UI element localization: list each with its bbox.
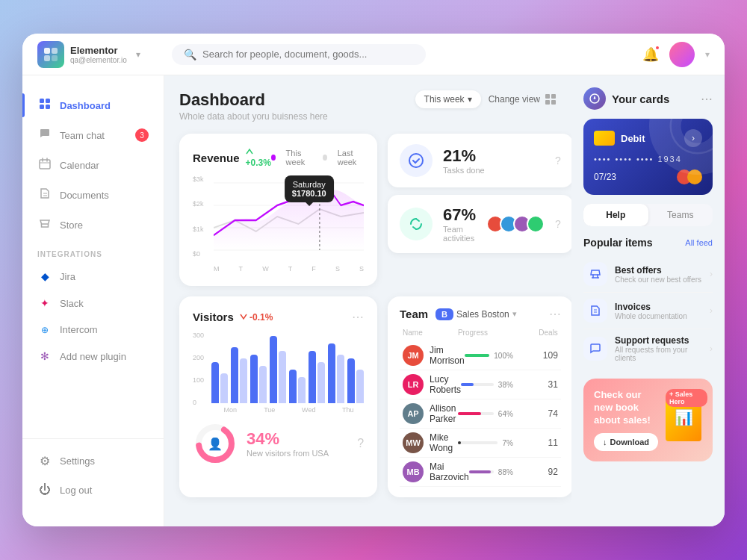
content-header: Dashboard Whole data about yoru buisness… bbox=[179, 90, 557, 122]
revenue-chart: $3k$2k$1k$0 bbox=[193, 175, 364, 273]
change-view-button[interactable]: Change view bbox=[489, 93, 557, 105]
popular-items-section: Popular items All feed Best offers Check… bbox=[583, 237, 713, 368]
logo-chevron-icon[interactable]: ▾ bbox=[136, 49, 140, 60]
sidebar-item-slack[interactable]: ✦ Slack bbox=[22, 290, 164, 317]
visitors-more-icon[interactable]: ⋯ bbox=[352, 310, 364, 324]
user-menu-chevron[interactable]: ▾ bbox=[705, 49, 710, 60]
promo-image: 📊 + Sales Hero bbox=[666, 393, 710, 446]
support-icon bbox=[583, 337, 607, 361]
last-week-legend-dot bbox=[323, 155, 327, 161]
team-chat-badge: 3 bbox=[135, 128, 149, 142]
visitors-trend: -0.1% bbox=[240, 312, 273, 323]
sidebar-item-dashboard[interactable]: Dashboard bbox=[22, 90, 164, 120]
member-name: Jim Morrison bbox=[430, 345, 465, 366]
tooltip-day: Saturday bbox=[292, 180, 326, 189]
slack-icon: ✦ bbox=[37, 297, 52, 309]
week-selector-label: This week bbox=[424, 94, 465, 105]
support-arrow: › bbox=[710, 343, 713, 354]
tab-help[interactable]: Help bbox=[583, 204, 648, 226]
book-cover: 📊 + Sales Hero bbox=[666, 393, 701, 441]
revenue-trend: +0.3% bbox=[246, 147, 271, 168]
search-bar[interactable]: 🔍 bbox=[172, 44, 426, 65]
visitors-pct: 34% bbox=[247, 429, 329, 449]
top-bar: Elementor qa@elementor.io ▾ 🔍 🔔 ▾ bbox=[22, 34, 725, 75]
popular-item-best-offers[interactable]: Best offers Check our new best offers › bbox=[583, 256, 713, 293]
svg-point-29 bbox=[675, 119, 713, 149]
sidebar-item-jira[interactable]: ◆ Jira bbox=[22, 263, 164, 290]
tooltip-value: $1780.10 bbox=[292, 189, 326, 198]
chart-tooltip: Saturday $1780.10 bbox=[285, 175, 334, 202]
activities-help-icon[interactable]: ? bbox=[555, 218, 561, 230]
tasks-help-icon[interactable]: ? bbox=[555, 155, 561, 167]
svg-rect-0 bbox=[44, 48, 50, 54]
week-selector[interactable]: This week ▾ bbox=[415, 90, 481, 108]
calendar-icon bbox=[37, 158, 52, 172]
change-view-label: Change view bbox=[489, 94, 540, 105]
chart-x-labels: MTWTFSS bbox=[214, 265, 364, 273]
panel-tabs: Help Teams bbox=[583, 204, 713, 226]
sidebar-item-logout[interactable]: ⏻ Log out bbox=[22, 476, 164, 504]
sidebar-item-calendar[interactable]: Calendar bbox=[22, 150, 164, 180]
notification-dot bbox=[654, 45, 660, 51]
svg-rect-6 bbox=[40, 105, 44, 109]
sidebar: Dashboard Team chat 3 bbox=[22, 75, 164, 526]
sidebar-item-add-plugin[interactable]: ✻ Add new plugin bbox=[22, 343, 164, 370]
activities-avatars bbox=[486, 215, 545, 233]
sidebar-item-add-plugin-label: Add new plugin bbox=[60, 351, 126, 362]
popular-title: Popular items bbox=[583, 237, 653, 249]
tab-teams[interactable]: Teams bbox=[648, 204, 713, 226]
popular-item-invoices[interactable]: Invoices Whole documentation › bbox=[583, 293, 713, 329]
visitors-donut-help[interactable]: ? bbox=[357, 437, 364, 450]
best-offers-sub: Check our new best offers bbox=[615, 276, 702, 284]
sidebar-item-intercom[interactable]: ⊕ Intercom bbox=[22, 317, 164, 343]
table-row: MW Mike Wong 7% 11 bbox=[400, 429, 561, 458]
logo-icon bbox=[37, 41, 64, 68]
debit-expiry: 07/23 bbox=[594, 172, 616, 182]
right-panel: Your cards ⋯ Debit › •••• •••• •••• bbox=[571, 75, 725, 526]
all-feed-link[interactable]: All feed bbox=[685, 238, 713, 247]
sidebar-item-store[interactable]: Store bbox=[22, 210, 164, 240]
tasks-stat-item: 21% Tasks done ? bbox=[388, 134, 571, 187]
cards-header: Your cards ⋯ bbox=[583, 87, 713, 110]
team-title: Team bbox=[400, 308, 428, 320]
table-row: MB Mai Barzovich 88% 92 bbox=[400, 458, 561, 487]
revenue-card: Revenue +0.3% This week Last week bbox=[179, 134, 377, 286]
best-offers-icon bbox=[583, 262, 607, 286]
promo-download-button[interactable]: ↓ Download bbox=[594, 433, 658, 451]
card-rings-decoration bbox=[638, 119, 713, 193]
popular-item-support[interactable]: Support requests All requests from your … bbox=[583, 329, 713, 368]
notification-button[interactable]: 🔔 bbox=[642, 46, 659, 63]
promo-btn-label: Download bbox=[610, 438, 650, 447]
settings-icon: ⚙ bbox=[37, 454, 52, 468]
svg-rect-15 bbox=[551, 94, 556, 99]
visitors-title: Visitors bbox=[193, 311, 234, 323]
content-area: Dashboard Whole data about yoru buisness… bbox=[164, 75, 571, 526]
svg-rect-5 bbox=[46, 99, 50, 103]
activities-icon bbox=[400, 208, 433, 240]
intercom-icon: ⊕ bbox=[37, 325, 52, 335]
chart-legend: This week Last week bbox=[271, 149, 364, 167]
sidebar-item-calendar-label: Calendar bbox=[60, 160, 99, 171]
visitors-donut-label: New visitors from USA bbox=[247, 449, 329, 458]
team-table: Name Progress Deals JM Jim Morrison bbox=[400, 329, 561, 487]
tasks-value: 21% bbox=[443, 146, 485, 166]
chart-y-labels: $3k$2k$1k$0 bbox=[193, 175, 211, 258]
team-table-header: Name Progress Deals bbox=[400, 329, 561, 341]
sidebar-item-settings[interactable]: ⚙ Settings bbox=[22, 447, 164, 476]
this-week-legend-label: This week bbox=[286, 149, 312, 167]
search-input[interactable] bbox=[202, 49, 414, 60]
logout-icon: ⏻ bbox=[37, 483, 52, 497]
user-avatar[interactable] bbox=[669, 42, 695, 67]
team-selector-chevron[interactable]: ▾ bbox=[512, 309, 517, 319]
sidebar-item-documents[interactable]: Documents bbox=[22, 180, 164, 210]
support-name: Support requests bbox=[615, 335, 702, 346]
sidebar-item-team-chat[interactable]: Team chat 3 bbox=[22, 120, 164, 150]
team-more-icon[interactable]: ⋯ bbox=[549, 307, 561, 321]
member-name: Lucy Roberts bbox=[430, 374, 461, 395]
svg-rect-16 bbox=[545, 100, 550, 105]
week-selector-chevron: ▾ bbox=[468, 94, 472, 105]
cards-more-icon[interactable]: ⋯ bbox=[701, 92, 713, 106]
invoices-name: Invoices bbox=[615, 302, 702, 312]
store-icon bbox=[37, 217, 52, 232]
last-week-legend-label: Last week bbox=[338, 149, 364, 167]
